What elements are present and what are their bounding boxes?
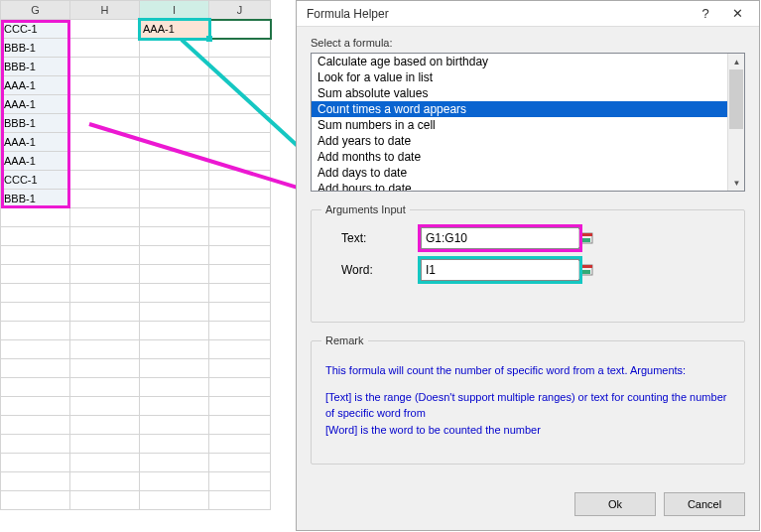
formula-list[interactable]: Calculate age based on birthdayLook for … bbox=[311, 53, 745, 192]
formula-item[interactable]: Count times a word appears bbox=[312, 101, 727, 117]
cell[interactable] bbox=[140, 472, 209, 491]
cell[interactable] bbox=[70, 472, 140, 491]
cell[interactable] bbox=[1, 208, 70, 227]
cell[interactable] bbox=[70, 58, 140, 76]
cell[interactable] bbox=[70, 227, 140, 246]
cell[interactable] bbox=[209, 227, 271, 246]
formula-item[interactable]: Add days to date bbox=[312, 165, 727, 181]
scroll-down-icon[interactable]: ▼ bbox=[728, 175, 745, 191]
cell[interactable] bbox=[209, 284, 271, 303]
col-header-j[interactable]: J bbox=[209, 1, 271, 20]
cell[interactable]: CCC-1 bbox=[1, 20, 70, 39]
cell[interactable] bbox=[140, 340, 209, 359]
cell[interactable] bbox=[209, 397, 271, 416]
cell[interactable] bbox=[70, 246, 140, 265]
scroll-thumb[interactable] bbox=[729, 69, 743, 129]
cell[interactable] bbox=[70, 397, 140, 416]
cell[interactable] bbox=[1, 284, 70, 303]
cell[interactable] bbox=[140, 416, 209, 435]
cell[interactable] bbox=[209, 472, 271, 491]
cell[interactable] bbox=[140, 359, 209, 378]
cell[interactable] bbox=[209, 208, 271, 227]
cell[interactable] bbox=[1, 472, 70, 491]
cell[interactable] bbox=[209, 190, 271, 208]
cell[interactable] bbox=[209, 416, 271, 435]
cell[interactable] bbox=[140, 303, 209, 322]
cell[interactable] bbox=[140, 246, 209, 265]
cell[interactable] bbox=[70, 359, 140, 378]
cell[interactable] bbox=[1, 303, 70, 322]
cell[interactable] bbox=[1, 359, 70, 378]
cell[interactable] bbox=[70, 95, 140, 114]
cell[interactable] bbox=[140, 190, 209, 208]
cell[interactable] bbox=[70, 190, 140, 208]
cell[interactable] bbox=[209, 58, 271, 76]
cell[interactable] bbox=[209, 133, 271, 152]
cell[interactable] bbox=[70, 76, 140, 95]
cell[interactable] bbox=[1, 322, 70, 340]
cell[interactable] bbox=[209, 76, 271, 95]
cell[interactable] bbox=[70, 208, 140, 227]
cell[interactable]: AAA-1 bbox=[140, 20, 209, 39]
col-header-h[interactable]: H bbox=[70, 1, 140, 20]
cell[interactable] bbox=[70, 114, 140, 133]
cancel-button[interactable]: Cancel bbox=[664, 492, 745, 516]
cell[interactable] bbox=[1, 246, 70, 265]
formula-item[interactable]: Calculate age based on birthday bbox=[312, 54, 727, 69]
cell[interactable] bbox=[209, 378, 271, 397]
cell[interactable] bbox=[140, 208, 209, 227]
word-input[interactable] bbox=[422, 263, 578, 277]
cell[interactable] bbox=[209, 322, 271, 340]
scroll-up-icon[interactable]: ▲ bbox=[728, 54, 745, 69]
cell[interactable] bbox=[70, 416, 140, 435]
cell[interactable] bbox=[209, 246, 271, 265]
formula-item[interactable]: Add years to date bbox=[312, 133, 727, 149]
cell[interactable]: BBB-1 bbox=[1, 114, 70, 133]
cell[interactable] bbox=[140, 133, 209, 152]
title-bar[interactable]: Formula Helper ? ✕ bbox=[297, 1, 759, 27]
cell[interactable] bbox=[209, 114, 271, 133]
cell[interactable] bbox=[209, 359, 271, 378]
cell[interactable] bbox=[140, 171, 209, 190]
cell[interactable] bbox=[70, 265, 140, 284]
cell[interactable]: AAA-1 bbox=[1, 152, 70, 171]
cell[interactable] bbox=[140, 491, 209, 510]
cell[interactable] bbox=[140, 435, 209, 454]
ok-button[interactable]: Ok bbox=[574, 492, 656, 516]
cell[interactable] bbox=[209, 171, 271, 190]
cell[interactable] bbox=[1, 491, 70, 510]
cell[interactable] bbox=[70, 284, 140, 303]
cell[interactable]: AAA-1 bbox=[1, 76, 70, 95]
cell[interactable] bbox=[140, 397, 209, 416]
formula-item[interactable]: Add hours to date bbox=[312, 181, 727, 191]
cell[interactable] bbox=[1, 454, 70, 472]
cell[interactable] bbox=[70, 491, 140, 510]
cell[interactable] bbox=[209, 454, 271, 472]
cell[interactable] bbox=[70, 133, 140, 152]
help-button[interactable]: ? bbox=[690, 2, 721, 26]
cell[interactable]: BBB-1 bbox=[1, 190, 70, 208]
cell[interactable] bbox=[1, 435, 70, 454]
cell[interactable] bbox=[140, 265, 209, 284]
cell[interactable] bbox=[1, 340, 70, 359]
cell[interactable] bbox=[209, 303, 271, 322]
cell[interactable] bbox=[140, 322, 209, 340]
cell[interactable] bbox=[1, 378, 70, 397]
cell[interactable] bbox=[209, 20, 271, 39]
cell[interactable] bbox=[209, 340, 271, 359]
cell[interactable] bbox=[209, 39, 271, 58]
close-button[interactable]: ✕ bbox=[721, 2, 753, 26]
cell[interactable] bbox=[70, 39, 140, 58]
formula-item[interactable]: Sum absolute values bbox=[312, 85, 727, 101]
cell[interactable] bbox=[140, 58, 209, 76]
cell[interactable] bbox=[140, 152, 209, 171]
cell[interactable] bbox=[140, 95, 209, 114]
cell[interactable] bbox=[209, 265, 271, 284]
cell[interactable]: AAA-1 bbox=[1, 133, 70, 152]
cell[interactable] bbox=[70, 322, 140, 340]
col-header-i[interactable]: I bbox=[140, 1, 209, 20]
cell[interactable]: BBB-1 bbox=[1, 58, 70, 76]
cell[interactable] bbox=[70, 435, 140, 454]
cell[interactable]: CCC-1 bbox=[1, 171, 70, 190]
cell[interactable] bbox=[1, 397, 70, 416]
